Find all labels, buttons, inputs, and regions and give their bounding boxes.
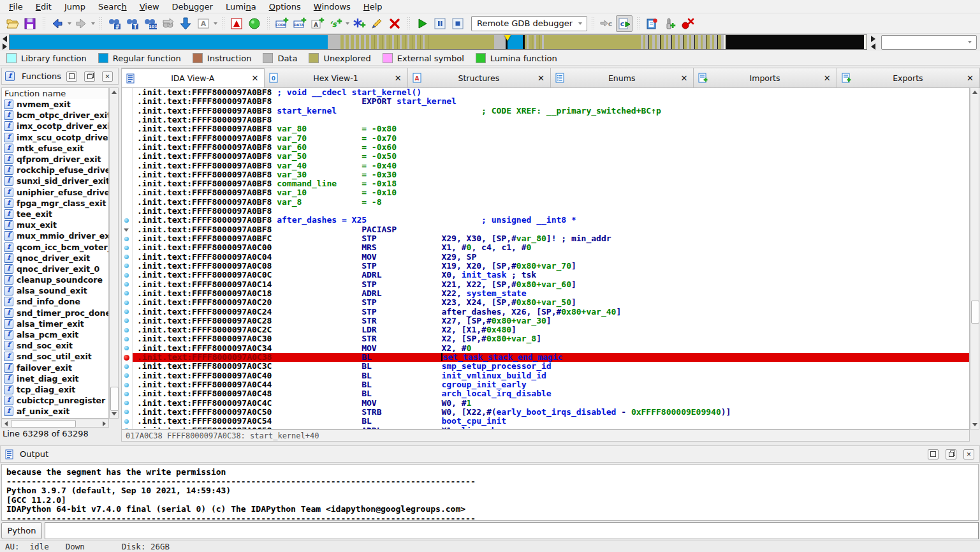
stop-process-icon[interactable]	[450, 15, 466, 32]
asm-text[interactable]: .init.text:FFFF8000097A0C00 MRS X1, #0, …	[133, 243, 969, 252]
asm-text[interactable]: .init.text:FFFF8000097A0C28 STR X27, [SP…	[133, 317, 969, 325]
menu-lumina[interactable]: Lumina	[219, 1, 263, 12]
breakpoint-slot-icon[interactable]	[124, 273, 129, 278]
navband-scroll-right[interactable]	[869, 34, 877, 50]
asm-line[interactable]: .init.text:FFFF8000097A0BF8 var_40 = -0x…	[122, 161, 969, 170]
breakpoint-icon[interactable]	[124, 355, 129, 361]
asm-line[interactable]: .init.text:FFFF8000097A0BF8	[122, 207, 969, 216]
asm-text[interactable]: .init.text:FFFF8000097A0C30 STR X2, [SP,…	[133, 334, 969, 343]
tab-imports[interactable]: Imports✕	[694, 68, 837, 88]
scroll-up-icon[interactable]	[970, 88, 979, 96]
asm-text[interactable]: .init.text:FFFF8000097A0BF8 var_40 = -0x…	[133, 161, 969, 170]
menu-view[interactable]: View	[133, 1, 166, 12]
function-list-item[interactable]: fsnd_timer_proc_done	[2, 308, 108, 318]
asm-line[interactable]: .init.text:FFFF8000097A0C4C MOV W0, #1	[122, 399, 969, 408]
asm-text[interactable]: .init.text:FFFF8000097A0C54 BL boot_cpu_…	[133, 417, 969, 426]
asm-text[interactable]: .init.text:FFFF8000097A0BF8 start_kernel…	[133, 107, 969, 116]
scroll-thumb[interactable]	[110, 387, 119, 411]
asm-line[interactable]: .init.text:FFFF8000097A0C0C ADRL X0, ini…	[122, 271, 969, 280]
asm-text[interactable]: .init.text:FFFF8000097A0C08 STP X19, X20…	[133, 262, 969, 271]
navband-dropdown[interactable]	[881, 35, 977, 50]
function-list-item[interactable]: fqcom_icc_bcm_voter_exit	[2, 241, 108, 252]
asm-text[interactable]: .init.text:FFFF8000097A0BF8 PACIASP	[133, 225, 969, 234]
asm-line[interactable]: .init.text:FFFF8000097A0C34 MOV X2, #0	[122, 344, 969, 353]
function-list-item[interactable]: fmtk_efuse_exit	[2, 143, 108, 154]
back-history-dropdown-icon[interactable]	[68, 22, 71, 25]
function-list-item[interactable]: fqnoc_driver_exit	[2, 253, 108, 264]
function-list-item[interactable]: fmux_exit	[2, 220, 108, 230]
asm-text[interactable]: .init.text:FFFF8000097A0BF8 var_70 = -0x…	[133, 134, 969, 143]
function-list-item[interactable]: fsnd_soc_exit	[2, 340, 108, 351]
asm-line[interactable]: .init.text:FFFF8000097A0C3C BL smp_setup…	[122, 362, 969, 371]
function-list-item[interactable]: ffailover_exit	[2, 362, 108, 373]
lumina-status-icon[interactable]	[246, 15, 263, 32]
asm-text[interactable]: .init.text:FFFF8000097A0BF8	[133, 207, 969, 216]
breakpoint-slot-icon[interactable]	[124, 410, 129, 414]
asm-line[interactable]: .init.text:FFFF8000097A0C14 STP X21, X22…	[122, 280, 969, 289]
function-list-item[interactable]: fsnd_soc_util_exit	[2, 351, 108, 362]
breakpoint-slot-icon[interactable]	[124, 419, 129, 424]
function-list-item[interactable]: fmux_mmio_driver_exit	[2, 230, 108, 241]
debugger-windows-icon[interactable]	[643, 15, 660, 32]
function-list-item[interactable]: fsunxi_sid_driver_exit	[2, 175, 108, 186]
function-list-item[interactable]: falsa_sound_exit	[2, 285, 108, 296]
cli-language-button[interactable]: Python	[1, 522, 42, 539]
function-list-item[interactable]: fnvmem_exit	[2, 99, 108, 110]
asm-text[interactable]: .init.text:FFFF8000097A0C18 ADRL X22, sy…	[133, 289, 969, 298]
debugger-select[interactable]: Remote GDB debugger	[471, 16, 587, 31]
asm-text[interactable]: .init.text:FFFF8000097A0BF8	[133, 116, 969, 124]
asm-text[interactable]: .init.text:FFFF8000097A0BF8 EXPORT start…	[133, 97, 969, 106]
asm-text[interactable]: .init.text:FFFF8000097A0C38 BL set_task_…	[133, 353, 969, 362]
menu-help[interactable]: Help	[357, 1, 389, 12]
asm-text[interactable]: .init.text:FFFF8000097A0C3C BL smp_setup…	[133, 362, 969, 371]
close-icon[interactable]: ✕	[963, 449, 974, 459]
string-literals-icon[interactable]: A	[195, 15, 212, 32]
asm-line[interactable]: .init.text:FFFF8000097A0C48 BL arch_loca…	[122, 389, 969, 398]
asm-line[interactable]: .init.text:FFFF8000097A0BF8 var_10 = -0x…	[122, 188, 969, 197]
function-list-item[interactable]: fcleanup_soundcore	[2, 274, 108, 285]
asm-line[interactable]: .init.text:FFFF8000097A0C2C LDR X2, [X1,…	[122, 325, 969, 334]
breakpoint-slot-icon[interactable]	[124, 255, 129, 259]
functions-hscrollbar[interactable]	[1, 419, 109, 428]
asm-text[interactable]: .init.text:FFFF8000097A0C24 STP after_da…	[133, 308, 969, 317]
asm-line[interactable]: .init.text:FFFF8000097A0BF8 var_50 = -0x…	[122, 152, 969, 161]
breakpoint-slot-icon[interactable]	[124, 246, 129, 250]
use-source-debugging-icon[interactable]: c	[616, 15, 633, 32]
asm-text[interactable]: .init.text:FFFF8000097A0BF8 var_60 = -0x…	[133, 143, 969, 152]
tab-enums[interactable]: Enums✕	[551, 68, 694, 88]
asm-text[interactable]: .init.text:FFFF8000097A0C20 STP X23, X24…	[133, 298, 969, 307]
breakpoint-slot-icon[interactable]	[124, 346, 129, 350]
disassembly-view[interactable]: .init.text:FFFF8000097A0BF8 ; void __cde…	[121, 87, 970, 429]
menu-file[interactable]: File	[3, 1, 29, 12]
forward-history-dropdown-icon[interactable]	[91, 22, 95, 25]
asm-text[interactable]: .init.text:FFFF8000097A0C50 STRB W0, [X2…	[133, 408, 969, 417]
function-list-item[interactable]: faf_unix_exit	[2, 406, 108, 417]
asm-line[interactable]: .init.text:FFFF8000097A0BF8 var_80 = -0x…	[122, 124, 969, 133]
asm-text[interactable]: .init.text:FFFF8000097A0BF8 var_80 = -0x…	[133, 124, 969, 133]
asm-line[interactable]: .init.text:FFFF8000097A0C24 STP after_da…	[122, 308, 969, 317]
tab-close-icon[interactable]: ✕	[678, 73, 689, 83]
asm-line[interactable]: .init.text:FFFF8000097A0BF8 var_30 = -0x…	[122, 170, 969, 179]
asm-line[interactable]: .init.text:FFFF8000097A0C18 ADRL X22, sy…	[122, 289, 969, 298]
asm-text[interactable]: .init.text:FFFF8000097A0BF8 var_50 = -0x…	[133, 152, 969, 161]
scroll-down-icon[interactable]	[970, 421, 979, 429]
tab-close-icon[interactable]: ✕	[249, 73, 260, 83]
function-list-item[interactable]: fimx_scu_ocotp_driver_exit	[2, 132, 108, 143]
find-text-icon[interactable]: T	[124, 15, 140, 32]
restore-icon[interactable]	[84, 71, 95, 82]
asm-line[interactable]: .init.text:FFFF8000097A0BF8 EXPORT start…	[122, 97, 969, 106]
asm-text[interactable]: .init.text:FFFF8000097A0C4C MOV W0, #1	[133, 399, 969, 408]
asm-text[interactable]: .init.text:FFFF8000097A0C48 BL arch_loca…	[133, 389, 969, 398]
navigate-back-icon[interactable]	[49, 15, 66, 32]
function-list-item[interactable]: falsa_timer_exit	[2, 318, 108, 329]
menu-windows[interactable]: Windows	[307, 1, 357, 12]
tab-hex-view-1[interactable]: 0Hex View-1✕	[265, 68, 407, 88]
asm-text[interactable]: .init.text:FFFF8000097A0BF8 var_8 = -8	[133, 198, 969, 207]
cli-input[interactable]	[45, 522, 979, 539]
function-list-item[interactable]: fbcm_otpc_driver_exit	[2, 110, 108, 121]
string-style-dropdown-icon[interactable]	[214, 22, 217, 25]
breakpoint-slot-icon[interactable]	[124, 282, 129, 287]
create-name-icon[interactable]: A	[309, 15, 326, 32]
asm-line[interactable]: .init.text:FFFF8000097A0BF8 PACIASP	[122, 225, 969, 234]
output-log[interactable]: because the segment has the write permis…	[1, 464, 979, 521]
